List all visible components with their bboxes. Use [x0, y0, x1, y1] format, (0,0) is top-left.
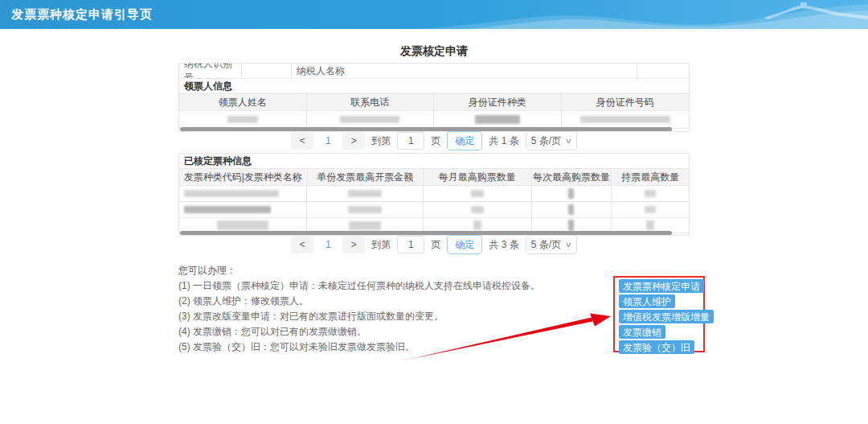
- recipient-section-title: 领票人信息: [179, 79, 689, 93]
- recipient-info-table: 纳税人识别号 纳税人名称 领票人信息 领票人姓名 联系电话 身份证件种类 身份证…: [178, 63, 690, 132]
- guidance-item-5: (5) 发票验（交）旧：您可以对未验旧发票做发票验旧。: [178, 342, 596, 352]
- col-holding-max: 持票最高数量: [612, 169, 689, 185]
- page-size-value: 5 条/页: [531, 238, 561, 252]
- redacted-pertime: [532, 186, 612, 201]
- action-button-group: 发票票种核定申请 领票人维护 增值税发票增版增量 发票缴销 发票验（交）旧: [619, 279, 714, 354]
- col-id-type: 身份证件种类: [434, 94, 562, 110]
- col-type-code-name: 发票种类代码|发票种类名称: [179, 169, 308, 185]
- col-phone: 联系电话: [307, 94, 435, 110]
- taxpayer-name-value: [637, 64, 689, 78]
- pagination-recipient: < 1 > 到第 页 确定 共 1 条 5 条/页 ∨: [178, 131, 690, 150]
- vat-invoice-increase-button[interactable]: 增值税发票增版增量: [619, 310, 714, 323]
- approved-table-header: 发票种类代码|发票种类名称 单份发票最高开票金额 每月最高购票数量 每次最高购票…: [179, 169, 689, 186]
- col-monthly-max: 每月最高购票数量: [424, 169, 532, 185]
- confirm-page-button[interactable]: 确定: [447, 131, 482, 150]
- goto-label: 到第: [371, 134, 391, 148]
- redacted-id-number: [562, 111, 690, 128]
- recipient-table-header: 领票人姓名 联系电话 身份证件种类 身份证件号码: [179, 94, 689, 111]
- col-recipient-name: 领票人姓名: [179, 94, 307, 110]
- pagination-approved: < 1 > 到第 页 确定 共 3 条 5 条/页 ∨: [178, 235, 690, 254]
- guidance-item-3: (3) 发票改版变量申请：对已有的发票进行版面或数量的变更。: [178, 311, 596, 321]
- prev-page-button[interactable]: <: [291, 132, 313, 150]
- invoice-type-verification-button[interactable]: 发票票种核定申请: [619, 279, 704, 293]
- confirm-page-button[interactable]: 确定: [447, 235, 482, 254]
- great-wall-mountains-decoration: [418, 0, 868, 29]
- page-number[interactable]: 1: [320, 239, 336, 250]
- page-size-select[interactable]: 5 条/页 ∨: [526, 235, 577, 254]
- total-count-label: 共 1 条: [489, 134, 518, 148]
- page-word-label: 页: [431, 238, 440, 252]
- next-page-button[interactable]: >: [342, 132, 365, 150]
- prev-page-button[interactable]: <: [291, 236, 313, 253]
- goto-page-input[interactable]: [397, 132, 424, 150]
- approved-table-row: [179, 186, 689, 202]
- invoice-old-verification-button[interactable]: 发票验（交）旧: [619, 340, 694, 354]
- total-count-label: 共 3 条: [489, 238, 518, 252]
- guidance-item-2: (2) 领票人维护：修改领票人。: [178, 296, 596, 306]
- col-id-number: 身份证件号码: [562, 94, 690, 110]
- invoice-guide-page: 发票票种核定申请引导页 发票核定申请 纳税人识别号 纳税人名称 领票人信息 领票…: [0, 0, 868, 424]
- page-size-value: 5 条/页: [531, 134, 561, 148]
- redacted-amount: [307, 186, 424, 201]
- page-word-label: 页: [431, 134, 440, 148]
- guidance-item-4: (4) 发票缴销：您可以对已有的发票做缴销。: [178, 327, 596, 336]
- invoice-cancellation-button[interactable]: 发票缴销: [619, 325, 665, 339]
- goto-page-input[interactable]: [397, 236, 424, 253]
- chevron-down-icon: ∨: [565, 137, 572, 145]
- approved-section-row: 已核定票种信息: [179, 154, 689, 169]
- redacted-monthly: [424, 186, 532, 201]
- taxpayer-name-label: 纳税人名称: [292, 64, 637, 78]
- page-number[interactable]: 1: [320, 135, 336, 146]
- redacted-holding: [612, 202, 689, 217]
- page-title: 发票核定申请: [178, 44, 690, 59]
- taxpayer-id-value: [242, 64, 292, 78]
- goto-label: 到第: [371, 238, 391, 252]
- taxpayer-id-label: 纳税人识别号: [179, 64, 242, 78]
- page-header-title: 发票票种核定申请引导页: [11, 7, 153, 23]
- guidance-text: 您可以办理： (1) 一日领票（票种核定）申请：未核定过任何票种的纳税人支持在线…: [178, 266, 596, 357]
- redacted-phone: [307, 111, 435, 128]
- recipient-maintenance-button[interactable]: 领票人维护: [619, 294, 675, 308]
- chevron-down-icon: ∨: [565, 241, 572, 249]
- guidance-item-1: (1) 一日领票（票种核定）申请：未核定过任何票种的纳税人支持在线申请税控设备。: [178, 281, 596, 290]
- approved-types-table: 已核定票种信息 发票种类代码|发票种类名称 单份发票最高开票金额 每月最高购票数…: [178, 153, 690, 236]
- redacted-id-type: [434, 111, 562, 128]
- recipient-table-row: [179, 111, 689, 129]
- col-max-amount: 单份发票最高开票金额: [308, 169, 424, 185]
- redacted-name: [179, 111, 307, 128]
- recipient-section-row: 领票人信息: [179, 79, 689, 94]
- redacted-amount: [307, 202, 424, 217]
- redacted-monthly: [424, 202, 532, 217]
- guidance-title: 您可以办理：: [178, 266, 596, 275]
- redacted-type: [179, 186, 307, 201]
- redacted-type: [179, 202, 307, 217]
- approved-table-row: [179, 202, 689, 218]
- page-size-select[interactable]: 5 条/页 ∨: [526, 131, 577, 150]
- next-page-button[interactable]: >: [342, 236, 365, 253]
- redacted-holding: [612, 186, 689, 201]
- col-per-time-max: 每次最高购票数量: [532, 169, 612, 185]
- approved-section-title: 已核定票种信息: [179, 154, 689, 168]
- taxpayer-row: 纳税人识别号 纳税人名称: [179, 64, 689, 79]
- redacted-pertime: [532, 202, 612, 217]
- app-header: 发票票种核定申请引导页: [0, 0, 868, 29]
